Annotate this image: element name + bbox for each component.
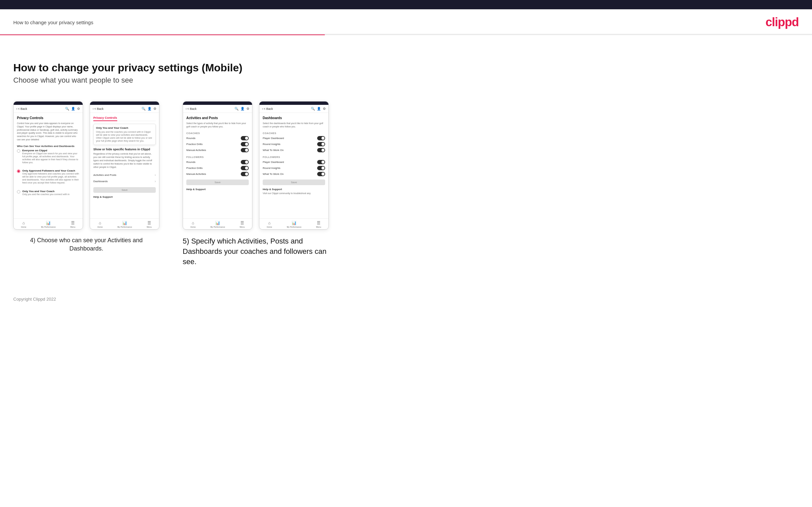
manual-coaches-toggle[interactable]: [241, 148, 249, 152]
settings-icon-3[interactable]: ⚙: [246, 107, 249, 111]
save-button-2[interactable]: Save: [93, 187, 156, 193]
phone-body-2: Privacy Controls Only You and Your Coach…: [90, 113, 159, 216]
nav-home-2[interactable]: ⌂ Home: [97, 221, 103, 228]
settings-icon-2[interactable]: ⚙: [153, 107, 156, 111]
header-divider: [0, 35, 812, 35]
rounds-followers-row: Rounds: [186, 160, 249, 164]
followers-group-label: FOLLOWERS: [186, 156, 249, 159]
phone-screen-4: ‹ < Back 🔍 👤 ⚙ Dashboards Select the das…: [259, 101, 329, 230]
left-section: ‹ < Back 🔍 👤 ⚙ Privacy Controls Control …: [13, 101, 159, 253]
home-icon: ⌂: [22, 221, 25, 225]
top-bar: [0, 0, 812, 9]
practice-coaches-toggle[interactable]: [241, 142, 249, 146]
search-icon-4[interactable]: 🔍: [311, 107, 315, 111]
coaches-group-label: COACHES: [186, 132, 249, 135]
save-button-4[interactable]: Save: [263, 179, 325, 185]
nav-performance-3[interactable]: 📊 My Performance: [210, 221, 225, 228]
round-insights-coaches-toggle[interactable]: [317, 142, 325, 146]
help-support-4: Help & Support: [263, 188, 325, 191]
save-button-3[interactable]: Save: [186, 179, 249, 185]
settings-icon[interactable]: ⚙: [77, 107, 80, 111]
caption-4: 4) Choose who can see your Activities an…: [23, 236, 149, 253]
help-desc-4: Visit our Clippd community to troublesho…: [263, 192, 325, 195]
radio-followers[interactable]: [17, 170, 20, 173]
right-section: ‹ < Back 🔍 👤 ⚙ Activities and Posts Sele…: [179, 101, 332, 267]
nav-performance-2[interactable]: 📊 My Performance: [117, 221, 132, 228]
popup-coach-only: Only You and Your Coach Only you and the…: [93, 124, 156, 145]
nav-home-1[interactable]: ⌂ Home: [21, 221, 26, 228]
phone-nav-3: ‹ < Back 🔍 👤 ⚙: [183, 105, 252, 113]
round-insights-followers-toggle[interactable]: [317, 166, 325, 170]
player-dash-followers-label: Player Dashboard: [263, 161, 284, 164]
radio-coach[interactable]: [17, 190, 20, 193]
practice-coaches-label: Practice Drills: [186, 143, 203, 146]
option1-title: Everyone on Clippd: [22, 149, 80, 152]
what-work-followers-row: What To Work On: [263, 172, 325, 176]
nav-performance-1[interactable]: 📊 My Performance: [41, 221, 55, 228]
back-button-1[interactable]: ‹ < Back: [16, 107, 27, 111]
chevron-left-icon-4: ‹: [262, 107, 263, 111]
practice-followers-toggle[interactable]: [241, 166, 249, 170]
screen1-title: Privacy Controls: [17, 116, 80, 120]
person-icon[interactable]: 👤: [71, 107, 75, 111]
person-icon-3[interactable]: 👤: [241, 107, 244, 111]
privacy-tab[interactable]: Privacy Controls: [93, 116, 117, 121]
rounds-coaches-label: Rounds: [186, 137, 196, 140]
player-dash-followers-toggle[interactable]: [317, 160, 325, 164]
rounds-coaches-toggle[interactable]: [241, 136, 249, 140]
nav-menu-1[interactable]: ☰ Menu: [70, 221, 75, 228]
option2-title: Only Approved Followers and Your Coach: [22, 169, 80, 172]
nav-menu-3[interactable]: ☰ Menu: [240, 221, 245, 228]
what-work-coaches-row: What To Work On: [263, 148, 325, 152]
settings-icon-4[interactable]: ⚙: [323, 107, 326, 111]
rounds-followers-toggle[interactable]: [241, 160, 249, 164]
nav-home-4[interactable]: ⌂ Home: [267, 221, 272, 228]
performance-icon-2: 📊: [122, 221, 127, 225]
practice-followers-row: Practice Drills: [186, 166, 249, 170]
option1-desc: Everyone on Clippd can search for you an…: [22, 152, 80, 164]
person-icon-2[interactable]: 👤: [147, 107, 151, 111]
nav-menu-2[interactable]: ☰ Menu: [147, 221, 152, 228]
back-button-3[interactable]: ‹ < Back: [186, 107, 197, 111]
nav-performance-4[interactable]: 📊 My Performance: [287, 221, 301, 228]
nav-icons-4: 🔍 👤 ⚙: [311, 107, 326, 111]
what-work-followers-toggle[interactable]: [317, 172, 325, 176]
back-button-2[interactable]: ‹ < Back: [93, 107, 104, 111]
nav-menu-4[interactable]: ☰ Menu: [316, 221, 321, 228]
radio-everyone[interactable]: [17, 149, 20, 153]
search-icon-3[interactable]: 🔍: [235, 107, 239, 111]
round-insights-coaches-row: Round Insights: [263, 142, 325, 146]
home-icon-3: ⌂: [192, 221, 194, 225]
player-dash-coaches-row: Player Dashboard: [263, 136, 325, 140]
option-everyone[interactable]: Everyone on Clippd Everyone on Clippd ca…: [17, 149, 80, 167]
chevron-left-icon-2: ‹: [93, 107, 94, 111]
manual-followers-toggle[interactable]: [241, 172, 249, 176]
rounds-followers-label: Rounds: [186, 161, 196, 164]
caption-5: 5) Specify which Activities, Posts and D…: [179, 236, 332, 267]
search-icon-2[interactable]: 🔍: [142, 107, 146, 111]
phone-top-bar-2: [90, 102, 159, 105]
manual-coaches-label: Manual Activities: [186, 149, 206, 152]
option-coach-only[interactable]: Only You and Your Coach Only you and the…: [17, 190, 80, 199]
bottom-nav-1: ⌂ Home 📊 My Performance ☰ Menu: [14, 218, 83, 229]
player-dash-coaches-toggle[interactable]: [317, 136, 325, 140]
help-support-3: Help & Support: [186, 188, 249, 191]
bottom-nav-4: ⌂ Home 📊 My Performance ☰ Menu: [259, 218, 328, 229]
person-icon-4[interactable]: 👤: [317, 107, 321, 111]
menu-icon-4: ☰: [317, 221, 320, 225]
popup-title: Only You and Your Coach: [96, 126, 153, 129]
phone-body-1: Privacy Controls Control how you and you…: [14, 113, 83, 216]
option-followers[interactable]: Only Approved Followers and Your Coach O…: [17, 169, 80, 187]
practice-coaches-row: Practice Drills: [186, 142, 249, 146]
round-insights-followers-label: Round Insights: [263, 167, 280, 170]
what-work-coaches-toggle[interactable]: [317, 148, 325, 152]
activities-row[interactable]: Activities and Posts ›: [93, 172, 156, 178]
dashboards-row[interactable]: Dashboards ›: [93, 178, 156, 184]
back-button-4[interactable]: ‹ < Back: [262, 107, 273, 111]
help-support-2: Help & Support: [93, 195, 156, 199]
feature-desc: Regardless of the privacy controls that …: [93, 152, 156, 169]
player-dash-followers-row: Player Dashboard: [263, 160, 325, 164]
followers-group-label-4: FOLLOWERS: [263, 156, 325, 159]
search-icon[interactable]: 🔍: [65, 107, 69, 111]
nav-home-3[interactable]: ⌂ Home: [190, 221, 196, 228]
